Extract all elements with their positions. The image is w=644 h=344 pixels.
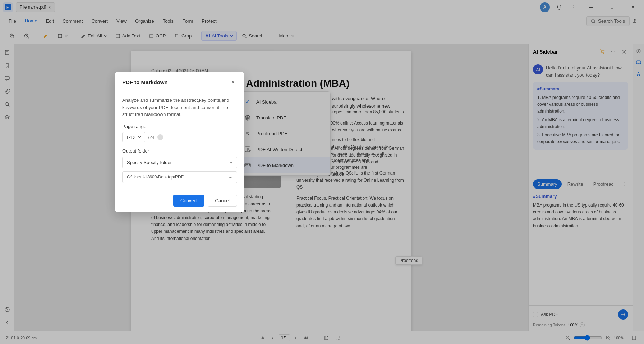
output-folder-label: Output folder	[122, 148, 237, 154]
modal-header: PDF to Markdown ✕	[115, 72, 244, 91]
page-range-indicator	[157, 134, 163, 140]
folder-select-text: Specify Specify folder	[127, 160, 230, 165]
modal-description: Analyze and summarize the abstract,key p…	[122, 97, 237, 118]
page-range-select[interactable]: 1-12	[122, 132, 145, 142]
convert-btn[interactable]: Convert	[173, 195, 204, 207]
page-range-total: /24	[148, 135, 155, 140]
path-row: C:\Users\13609\Desktop\PDF... ···	[122, 171, 237, 183]
pdf-to-markdown-modal: PDF to Markdown ✕ Analyze and summarize …	[115, 72, 244, 212]
path-dots-btn[interactable]: ···	[229, 175, 233, 180]
page-range-chevron	[138, 135, 141, 139]
modal-backdrop[interactable]	[0, 0, 644, 344]
page-range-value: 1-12	[126, 135, 135, 140]
modal-body: Analyze and summarize the abstract,key p…	[115, 91, 244, 195]
cancel-btn[interactable]: Cancel	[208, 195, 237, 207]
page-range-row: 1-12 /24	[122, 132, 237, 142]
folder-chevron-icon: ▾	[230, 160, 233, 165]
path-text: C:\Users\13609\Desktop\PDF...	[127, 175, 226, 180]
page-range-label: Page range	[122, 124, 237, 129]
modal-close-btn[interactable]: ✕	[229, 78, 237, 86]
modal-footer: Convert Cancel	[115, 195, 244, 212]
modal-title: PDF to Markdown	[122, 79, 168, 85]
folder-select[interactable]: Specify Specify folder ▾	[122, 157, 237, 168]
